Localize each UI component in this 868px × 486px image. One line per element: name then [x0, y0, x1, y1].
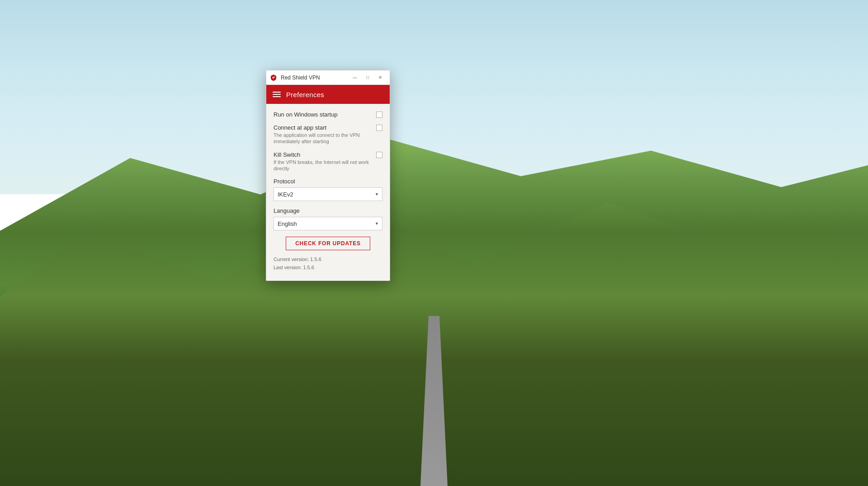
hamburger-menu-button[interactable]: [272, 91, 282, 98]
run-on-startup-checkbox[interactable]: [376, 112, 382, 118]
preferences-content: Run on Windows startup Connect at app st…: [266, 104, 390, 280]
protocol-dropdown[interactable]: IKEv2 OpenVPN WireGuard: [274, 187, 382, 201]
connect-at-app-start-label: Connect at app start: [274, 124, 376, 131]
kill-switch-label-group: Kill Switch If the VPN breaks, the Inter…: [274, 151, 376, 172]
kill-switch-label: Kill Switch: [274, 151, 376, 158]
kill-switch-checkbox[interactable]: [376, 152, 382, 158]
header-title: Preferences: [286, 91, 324, 98]
language-dropdown-wrapper: English Español Français Deutsch Русский: [274, 217, 382, 230]
language-section: Language English Español Français Deutsc…: [274, 207, 382, 230]
minimize-button[interactable]: —: [349, 73, 361, 82]
hamburger-line-1: [273, 92, 281, 93]
run-on-startup-label-group: Run on Windows startup: [274, 111, 338, 118]
last-version-text: Last version: 1.5.6: [274, 264, 382, 272]
connect-at-app-start-label-group: Connect at app start The application wil…: [274, 124, 376, 145]
language-label: Language: [274, 207, 382, 214]
maximize-button[interactable]: □: [362, 73, 373, 82]
titlebar-controls: — □ ✕: [349, 73, 386, 82]
protocol-section: Protocol IKEv2 OpenVPN WireGuard: [274, 178, 382, 201]
titlebar: Red Shield VPN — □ ✕: [266, 70, 390, 85]
hamburger-line-3: [273, 96, 281, 97]
close-button[interactable]: ✕: [374, 73, 386, 82]
kill-switch-sublabel: If the VPN breaks, the Internet will not…: [274, 159, 376, 172]
app-window: Red Shield VPN — □ ✕ Preferences Run on …: [266, 70, 390, 281]
connect-at-app-start-checkbox[interactable]: [376, 125, 382, 131]
version-info: Current version: 1.5.6 Last version: 1.5…: [274, 256, 382, 271]
hamburger-line-2: [273, 94, 281, 95]
header-bar: Preferences: [266, 85, 390, 104]
language-dropdown[interactable]: English Español Français Deutsch Русский: [274, 217, 382, 230]
titlebar-title: Red Shield VPN: [281, 75, 345, 81]
app-icon: [270, 74, 277, 81]
current-version-text: Current version: 1.5.6: [274, 256, 382, 264]
protocol-dropdown-wrapper: IKEv2 OpenVPN WireGuard: [274, 187, 382, 201]
check-for-updates-button[interactable]: CHECK FOR UPDATES: [286, 237, 370, 250]
protocol-label: Protocol: [274, 178, 382, 185]
run-on-startup-label: Run on Windows startup: [274, 111, 338, 118]
kill-switch-row: Kill Switch If the VPN breaks, the Inter…: [274, 151, 382, 172]
connect-at-app-start-sublabel: The application will connect to the VPN …: [274, 132, 376, 145]
connect-at-app-start-row: Connect at app start The application wil…: [274, 124, 382, 145]
run-on-startup-row: Run on Windows startup: [274, 111, 382, 118]
